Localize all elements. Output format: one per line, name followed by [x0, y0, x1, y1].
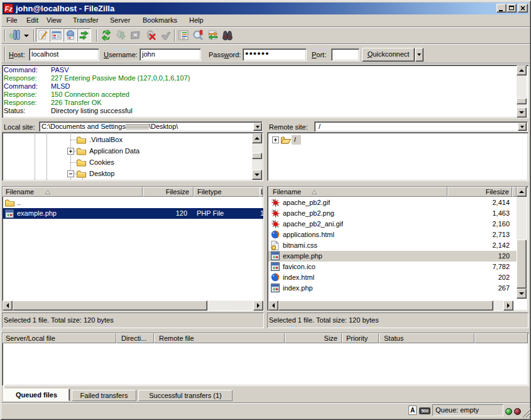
- svg-text:Fz: Fz: [5, 5, 13, 13]
